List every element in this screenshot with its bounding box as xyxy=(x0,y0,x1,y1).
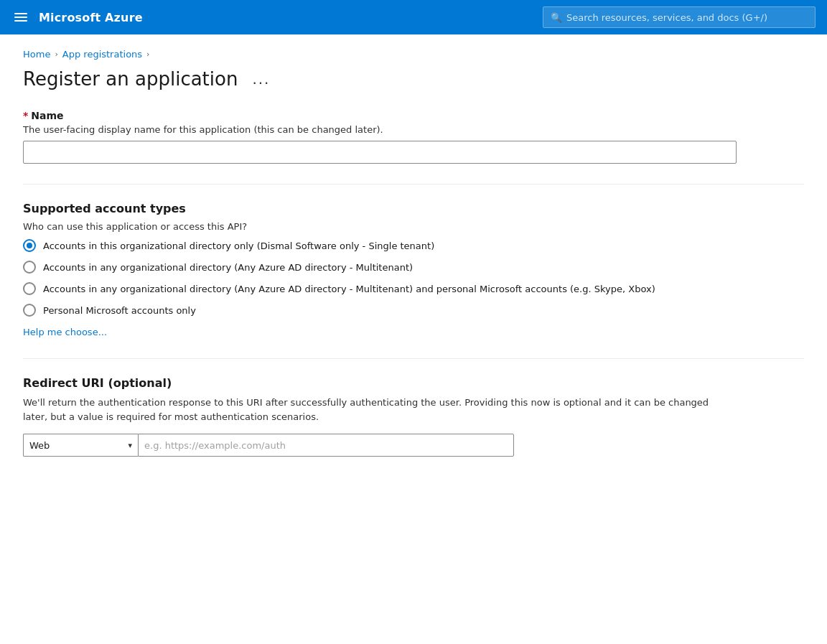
radio-personal-only[interactable]: Personal Microsoft accounts only xyxy=(23,304,804,317)
radio-multitenant-input[interactable] xyxy=(23,261,36,274)
name-label: *Name xyxy=(23,110,804,121)
svg-rect-1 xyxy=(14,17,27,18)
radio-personal-only-label: Personal Microsoft accounts only xyxy=(43,305,196,316)
page-title: Register an application xyxy=(23,68,238,90)
breadcrumb-separator-1: › xyxy=(55,50,57,59)
search-input[interactable] xyxy=(566,12,808,23)
radio-multitenant-personal-input[interactable] xyxy=(23,282,36,295)
redirect-uri-heading: Redirect URI (optional) xyxy=(23,376,804,390)
search-icon: 🔍 xyxy=(551,12,562,23)
radio-multitenant[interactable]: Accounts in any organizational directory… xyxy=(23,261,804,274)
radio-multitenant-personal[interactable]: Accounts in any organizational directory… xyxy=(23,282,804,295)
svg-rect-2 xyxy=(14,20,27,22)
breadcrumb: Home › App registrations › xyxy=(23,49,804,60)
divider-1 xyxy=(23,184,804,185)
redirect-type-select[interactable]: Web SPA Public client/native xyxy=(23,434,138,457)
account-types-heading: Supported account types xyxy=(23,202,804,215)
breadcrumb-separator-2: › xyxy=(146,50,149,59)
page-title-row: Register an application ... xyxy=(23,68,804,90)
topbar: Microsoft Azure 🔍 xyxy=(0,0,827,34)
redirect-uri-input[interactable] xyxy=(138,434,514,457)
breadcrumb-home[interactable]: Home xyxy=(23,49,50,60)
account-types-section: Supported account types Who can use this… xyxy=(23,202,804,338)
redirect-uri-description: We'll return the authentication response… xyxy=(23,396,726,424)
redirect-type-wrapper: Web SPA Public client/native ▾ xyxy=(23,434,138,457)
app-title: Microsoft Azure xyxy=(39,11,143,24)
breadcrumb-app-registrations[interactable]: App registrations xyxy=(62,49,142,60)
required-indicator: * xyxy=(23,110,28,121)
svg-rect-0 xyxy=(14,13,27,14)
account-types-radio-group: Accounts in this organizational director… xyxy=(23,239,804,317)
name-description: The user-facing display name for this ap… xyxy=(23,124,804,135)
redirect-uri-section: Redirect URI (optional) We'll return the… xyxy=(23,376,804,457)
hamburger-menu[interactable] xyxy=(11,8,30,27)
radio-single-tenant-label: Accounts in this organizational director… xyxy=(43,241,434,251)
radio-multitenant-personal-label: Accounts in any organizational directory… xyxy=(43,284,655,294)
app-name-input[interactable] xyxy=(23,141,737,164)
global-search[interactable]: 🔍 xyxy=(543,6,816,28)
account-types-subheading: Who can use this application or access t… xyxy=(23,221,804,232)
radio-single-tenant-input[interactable] xyxy=(23,239,36,252)
name-section: *Name The user-facing display name for t… xyxy=(23,110,804,164)
radio-single-tenant[interactable]: Accounts in this organizational director… xyxy=(23,239,804,252)
page-menu-button[interactable]: ... xyxy=(249,69,273,89)
divider-2 xyxy=(23,358,804,359)
main-content: Home › App registrations › Register an a… xyxy=(0,34,827,644)
radio-personal-only-input[interactable] xyxy=(23,304,36,317)
help-choose-link[interactable]: Help me choose... xyxy=(23,327,107,337)
redirect-uri-inputs: Web SPA Public client/native ▾ xyxy=(23,434,804,457)
radio-multitenant-label: Accounts in any organizational directory… xyxy=(43,262,413,273)
